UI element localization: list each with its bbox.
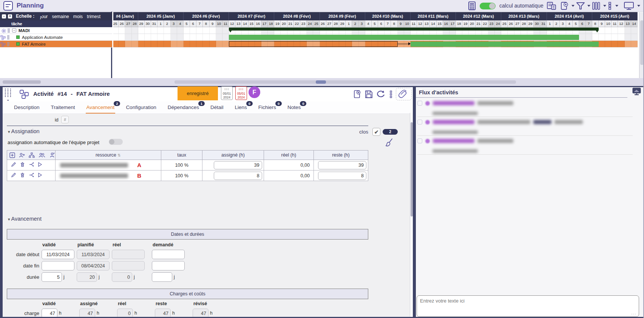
- attachment-dropzone[interactable]: [396, 88, 412, 100]
- col-header-resteh[interactable]: reste (h): [314, 151, 368, 160]
- tab-description[interactable]: Description: [13, 101, 40, 114]
- feed-entry[interactable]: [417, 100, 635, 117]
- add-report-caret[interactable]: [571, 5, 575, 7]
- collapse-all-button[interactable]: -: [2, 14, 6, 18]
- assigne-input[interactable]: [214, 172, 262, 180]
- chart-pane-hscroll-thumb[interactable]: [175, 80, 516, 84]
- dates-date-fin-demandé[interactable]: [152, 261, 185, 270]
- filter-caret[interactable]: [587, 5, 590, 7]
- delete-icon[interactable]: [20, 162, 25, 167]
- expand-all-button[interactable]: +: [8, 14, 12, 18]
- id-value[interactable]: #: [61, 116, 69, 123]
- split-icon[interactable]: [29, 172, 34, 178]
- tab-avancement[interactable]: Avancement2: [86, 101, 116, 114]
- add-report-icon[interactable]: [560, 1, 569, 11]
- more-options-caret[interactable]: [615, 5, 618, 7]
- task-row[interactable]: FAT Armoire: [0, 41, 112, 48]
- team-icon[interactable]: [39, 152, 45, 158]
- hierarchy-small-icon[interactable]: [0, 34, 6, 40]
- row-drag-handle[interactable]: [7, 42, 9, 46]
- col-header-relh[interactable]: réel (h): [264, 151, 314, 160]
- dates-date-fin-validé[interactable]: [42, 261, 74, 270]
- dates-date-début-demandé[interactable]: [152, 250, 185, 259]
- gantt-grid-row[interactable]: [113, 41, 638, 48]
- clos-checkbox[interactable]: ✔: [372, 128, 380, 136]
- save-icon[interactable]: [364, 89, 374, 99]
- delete-icon[interactable]: [20, 172, 25, 178]
- kebab-menu-icon[interactable]: [389, 90, 393, 99]
- add-resource-icon[interactable]: [19, 152, 25, 158]
- task-row[interactable]: Application Automate: [0, 34, 112, 41]
- reste-input[interactable]: [318, 172, 366, 180]
- display-caret[interactable]: [637, 5, 640, 7]
- panel-drag-handle-icon[interactable]: ⌄: [5, 89, 11, 97]
- calc-auto-toggle[interactable]: [480, 3, 496, 9]
- columns-icon[interactable]: [591, 1, 601, 11]
- detail-vertical-scrollbar[interactable]: [410, 113, 413, 318]
- filter-icon[interactable]: [576, 1, 585, 11]
- flux-splitter[interactable]: [413, 86, 416, 318]
- dates-durée-demandé[interactable]: [152, 272, 172, 282]
- clean-icon[interactable]: [385, 137, 394, 148]
- gantt-grid-row[interactable]: [113, 27, 638, 34]
- gantt-vertical-scrollbar[interactable]: [639, 12, 644, 86]
- status-badge[interactable]: enregistré: [178, 86, 218, 100]
- feed-text-input[interactable]: [417, 295, 639, 317]
- gantt-day-cell: [164, 27, 170, 34]
- display-icon[interactable]: [623, 1, 635, 11]
- tab-fichiers[interactable]: Fichiers0: [258, 101, 277, 114]
- col-header-taux[interactable]: taux: [161, 151, 202, 160]
- calculator-icon[interactable]: [467, 1, 477, 11]
- play-icon[interactable]: [38, 172, 42, 178]
- tab-traitement[interactable]: Traitement: [50, 101, 76, 114]
- dates-durée-validé[interactable]: [42, 272, 62, 282]
- gantt-task-bar[interactable]: [229, 35, 579, 40]
- gantt-grid-row[interactable]: [113, 34, 638, 41]
- worker-icon[interactable]: [49, 152, 55, 158]
- sort-icon[interactable]: ⇅: [117, 153, 120, 157]
- task-column-header[interactable]: tâche: [0, 20, 112, 27]
- row-drag-handle[interactable]: [7, 35, 9, 40]
- add-note-icon[interactable]: [353, 89, 362, 99]
- task-row[interactable]: −MADI: [0, 27, 112, 34]
- edit-icon[interactable]: [11, 172, 16, 178]
- play-icon[interactable]: [38, 162, 42, 167]
- columns-caret[interactable]: [603, 5, 606, 7]
- tab-détail[interactable]: Détail: [210, 101, 224, 114]
- hierarchy-small-icon[interactable]: [0, 41, 6, 47]
- more-options-icon[interactable]: [607, 1, 613, 11]
- feed-display-icon[interactable]: [632, 87, 642, 96]
- tab-configuration[interactable]: Configuration: [125, 101, 157, 114]
- left-splitter[interactable]: [0, 87, 3, 318]
- reste-input[interactable]: [318, 161, 366, 169]
- tab-dépendances[interactable]: Dépendances1: [167, 101, 200, 114]
- auto-assign-toggle[interactable]: [109, 139, 123, 145]
- feed-entry[interactable]: [417, 137, 635, 154]
- tab-liens[interactable]: Liens0: [234, 101, 248, 114]
- split-icon[interactable]: [29, 162, 34, 167]
- col-header-ressource[interactable]: ressource ⇅: [55, 151, 161, 160]
- row-drag-handle[interactable]: [8, 28, 10, 33]
- assignation-section-title[interactable]: Assignation: [8, 128, 40, 134]
- avatar[interactable]: F: [249, 86, 260, 98]
- edit-icon[interactable]: [11, 162, 16, 167]
- tab-notes[interactable]: Notes0: [287, 101, 301, 114]
- refresh-icon[interactable]: [376, 89, 386, 99]
- assigne-input[interactable]: [214, 161, 262, 169]
- add-row-icon[interactable]: [9, 152, 15, 158]
- gear-icon[interactable]: [0, 28, 6, 34]
- gantt-task-bar[interactable]: [411, 41, 599, 47]
- avancement-section-title[interactable]: Avancement: [8, 216, 42, 222]
- report-icon[interactable]: [547, 1, 556, 10]
- gantt-vscroll-thumb[interactable]: [640, 20, 644, 65]
- dates-date-début-validé[interactable]: [42, 250, 74, 259]
- col-header-assignh[interactable]: assigné (h): [202, 151, 264, 160]
- feed-entry[interactable]: [417, 118, 635, 135]
- detail-hscroll-thumb[interactable]: [316, 80, 326, 84]
- org-chart-icon[interactable]: [29, 152, 35, 158]
- collapse-toggle[interactable]: −: [12, 28, 16, 32]
- gantt-day-cell: [625, 27, 631, 34]
- gantt-summary-bar[interactable]: [229, 28, 599, 31]
- task-pane-hscroll-thumb[interactable]: [3, 80, 41, 84]
- textarea-resize-handle[interactable]: ···: [631, 312, 636, 316]
